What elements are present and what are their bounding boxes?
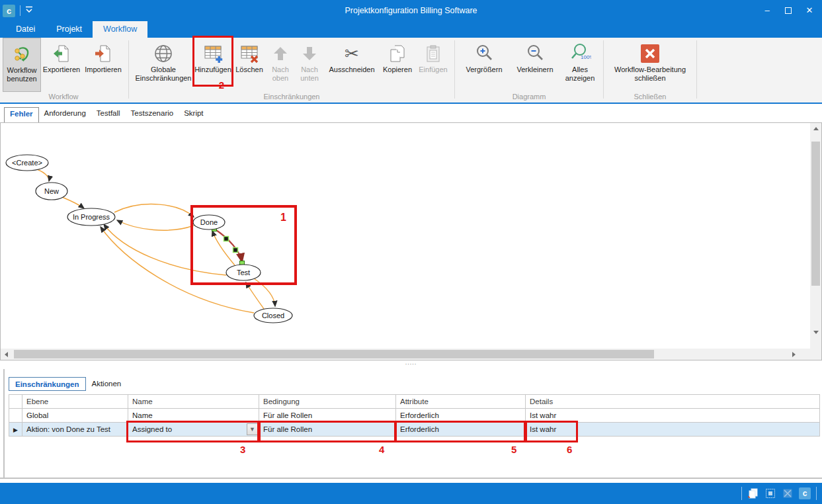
maximize-icon — [785, 7, 792, 14]
cell-bedingung[interactable]: Für alle Rollen — [259, 409, 396, 423]
statusbar-separator — [816, 487, 817, 500]
column-header-bedingung[interactable]: Bedingung — [259, 395, 396, 409]
splitter-grip-icon: ..... — [405, 359, 417, 366]
workflow-diagram-area[interactable]: <Create> New In Progress Done Test Close… — [0, 122, 822, 360]
edge-create-new[interactable] — [37, 169, 49, 181]
maximize-button[interactable] — [780, 3, 797, 18]
table-row-global[interactable]: Global Name Für alle Rollen Erforderlich… — [9, 409, 820, 423]
tab-aktionen[interactable]: Aktionen — [86, 377, 128, 391]
workflow-benutzen-button[interactable]: Workflow benutzen — [3, 38, 41, 92]
globale-einschraenkungen-button[interactable]: Globale Einschränkungen — [133, 38, 194, 92]
ribbon-separator — [696, 40, 697, 99]
ausschneiden-button[interactable]: ✂ Ausschneiden — [325, 38, 379, 92]
scroll-right-icon[interactable] — [792, 352, 796, 357]
node-inprogress-label: In Progress — [73, 213, 110, 221]
copy-status-icon[interactable] — [747, 487, 759, 499]
annotation-box-1: 1 — [190, 205, 297, 285]
verkleinern-button[interactable]: Verkleinern — [509, 38, 561, 92]
dropdown-chevron-icon[interactable]: ▼ — [247, 423, 258, 435]
panel-splitter[interactable]: ..... — [0, 360, 822, 369]
zoom-in-icon — [474, 42, 494, 65]
document-tab-bar: Fehler Anforderung Testfall Testszenario… — [0, 105, 822, 122]
row-selector-header — [9, 395, 22, 409]
cell-ebene[interactable]: Aktion: von Done zu Test — [22, 423, 128, 437]
workflow-diagram-canvas[interactable]: <Create> New In Progress Done Test Close… — [1, 123, 811, 349]
constraints-panel: Einschränkungen Aktionen Ebene Name Bedi… — [0, 369, 822, 478]
constraints-table: Ebene Name Bedingung Attribute Details G… — [9, 394, 820, 437]
cell-details[interactable]: Ist wahr — [526, 409, 820, 423]
cell-bedingung[interactable]: Für alle Rollen — [259, 423, 396, 437]
group-label-workflow: Workflow — [3, 92, 124, 103]
cell-attribute[interactable]: Erforderlich — [396, 423, 526, 437]
einfuegen-button: Einfügen — [416, 38, 450, 92]
edge-inprogress-done[interactable] — [114, 204, 194, 217]
export-icon — [52, 42, 71, 65]
vertical-scrollbar[interactable] — [810, 123, 821, 349]
group-label-schliessen: Schließen — [608, 92, 692, 103]
ribbon-separator — [128, 40, 129, 99]
vertical-scrollbar-thumb[interactable] — [811, 142, 820, 286]
ribbon-separator — [454, 40, 455, 99]
nach-unten-button: Nach unten — [294, 38, 325, 92]
minimize-button[interactable]: – — [759, 3, 776, 18]
tab-testfall[interactable]: Testfall — [91, 107, 126, 122]
ribbon-group-diagramm: Vergrößern Verkleinern — [459, 38, 599, 103]
cell-details[interactable]: Ist wahr — [526, 423, 820, 437]
cell-name[interactable]: Name — [128, 409, 259, 423]
import-icon — [94, 42, 112, 65]
tab-datei[interactable]: Datei — [5, 21, 46, 38]
hinzufuegen-button[interactable]: Hinzufügen 2 — [194, 38, 232, 92]
column-header-details[interactable]: Details — [526, 395, 820, 409]
statusbar-separator — [741, 487, 742, 500]
column-header-attribute[interactable]: Attribute — [396, 395, 526, 409]
delete-table-icon — [239, 42, 259, 65]
zoom-percent-badge: 100% — [581, 54, 591, 60]
row-selector[interactable] — [9, 409, 22, 423]
cell-attribute[interactable]: Erforderlich — [396, 409, 526, 423]
row-selector-current[interactable]: ▶ — [9, 423, 22, 437]
tab-skript[interactable]: Skript — [179, 107, 208, 122]
loeschen-button[interactable]: Löschen — [232, 38, 267, 92]
zoom-fit-icon: 100% — [569, 42, 591, 65]
app-status-icon[interactable]: c — [799, 487, 811, 499]
ribbon-group-schliessen: Workflow-Bearbeitung schließen Schließen — [608, 38, 692, 103]
horizontal-scrollbar[interactable] — [1, 349, 811, 360]
vergroessern-button[interactable]: Vergrößern — [459, 38, 509, 92]
scroll-down-icon[interactable] — [813, 331, 819, 334]
dropdown-value: Assigned to — [132, 425, 172, 433]
tab-fehler[interactable]: Fehler — [4, 107, 39, 122]
scroll-left-icon[interactable] — [5, 352, 8, 357]
annotation-number-4: 4 — [379, 444, 384, 455]
close-button[interactable]: ✕ — [801, 3, 818, 18]
tab-workflow[interactable]: Workflow — [93, 21, 147, 38]
column-header-ebene[interactable]: Ebene — [22, 395, 128, 409]
horizontal-scrollbar-thumb[interactable] — [14, 350, 654, 358]
table-row-aktion-selected[interactable]: ▶ Aktion: von Done zu Test Assigned to ▼… — [9, 423, 820, 437]
image-status-icon[interactable] — [782, 487, 794, 499]
exportieren-button[interactable]: Exportieren — [41, 38, 82, 92]
cell-ebene[interactable]: Global — [22, 409, 128, 423]
cell-name-dropdown[interactable]: Assigned to ▼ — [128, 423, 259, 437]
edge-done-inprogress[interactable] — [117, 220, 194, 230]
scroll-up-icon[interactable] — [813, 127, 819, 130]
table-header-row: Ebene Name Bedingung Attribute Details — [9, 395, 820, 409]
tab-projekt[interactable]: Projekt — [46, 21, 93, 38]
edge-new-inprogress[interactable] — [62, 197, 84, 208]
tab-anforderung[interactable]: Anforderung — [39, 107, 91, 122]
alles-anzeigen-button[interactable]: 100% Alles anzeigen — [561, 38, 599, 92]
tab-testszenario[interactable]: Testszenario — [126, 107, 179, 122]
kopieren-button[interactable]: Kopieren — [379, 38, 416, 92]
application-window: c Projektkonfiguration Billing Software … — [0, 0, 822, 504]
workflow-bearbeitung-schliessen-button[interactable]: Workflow-Bearbeitung schließen — [608, 38, 692, 92]
edge-closed-test[interactable] — [246, 282, 264, 309]
group-label-diagramm: Diagramm — [459, 92, 599, 103]
group-label-einschraenkungen: Einschränkungen — [133, 92, 450, 103]
arrow-down-icon — [301, 42, 318, 65]
annotation-number-1: 1 — [280, 212, 286, 224]
grid-status-icon[interactable] — [764, 487, 776, 499]
close-workflow-icon — [640, 42, 660, 65]
importieren-button[interactable]: Importieren — [82, 38, 124, 92]
add-table-icon — [203, 42, 223, 65]
tab-einschraenkungen[interactable]: Einschränkungen — [9, 377, 86, 391]
column-header-name[interactable]: Name — [128, 395, 259, 409]
